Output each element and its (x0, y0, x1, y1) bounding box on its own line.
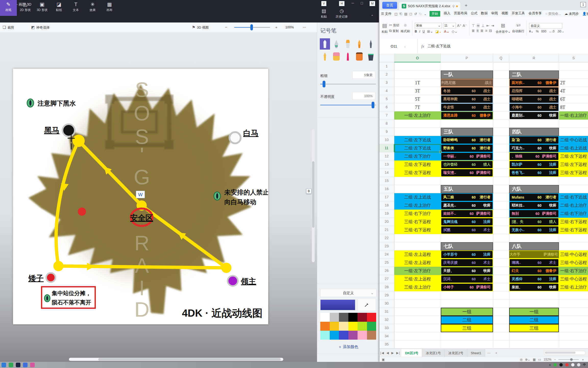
cell-S19[interactable]: 二组·右下治疗 (559, 210, 588, 218)
sheet-more-button[interactable]: ⋯ (487, 351, 491, 355)
fill-color-button[interactable]: ◪⌄ (435, 29, 442, 33)
view-3d-button[interactable]: ⚑3D 视图 (192, 22, 209, 32)
opacity-slider[interactable] (320, 105, 376, 105)
row-header-15[interactable]: 15 (379, 177, 394, 185)
row-header-12[interactable]: 12 (379, 152, 394, 160)
palette-swatch-2[interactable] (339, 313, 348, 322)
row-header-13[interactable]: 13 (379, 160, 394, 169)
palette-swatch-0[interactable] (320, 313, 330, 322)
cell-O10[interactable]: 二组·左下近战 (394, 136, 441, 144)
current-color-swatch[interactable] (320, 300, 355, 310)
cell-R17[interactable]: Mufans60潜行者 (509, 193, 559, 201)
macro-record-icon[interactable]: ▣ (382, 358, 385, 361)
cell-P5[interactable]: 黑暗神殿60战士 (441, 95, 493, 103)
row-header-26[interactable]: 26 (379, 267, 394, 275)
cell-R13[interactable]: 凯尔萨60法师 (509, 160, 559, 169)
underline-button[interactable]: U (423, 30, 425, 33)
cell-P20[interactable]: 鬼舞法魂60法师 (441, 218, 493, 226)
canvas-horizontal-scrollbar[interactable] (69, 358, 283, 361)
sheet-hscrollbar[interactable] (544, 351, 585, 355)
collaborate-button[interactable]: 👤协作 (582, 12, 588, 16)
pin-icon[interactable]: ⚲ (452, 4, 455, 8)
row-header-28[interactable]: 28 (379, 283, 394, 291)
eyedropper-button[interactable] (358, 298, 376, 311)
sheet-tab-DK区3号[interactable]: DK区3号 (401, 349, 422, 357)
row-header-1[interactable]: 1 (379, 62, 394, 71)
row-header-32[interactable]: 32 (379, 316, 394, 324)
decimal-increase-button[interactable]: .00→ (557, 30, 565, 33)
row-header-7[interactable]: 7 (379, 111, 394, 120)
column-header-O[interactable]: O (394, 54, 441, 62)
row-header-2[interactable]: 2 (379, 71, 394, 79)
sync-status[interactable]: ☁ 未同步 (565, 12, 579, 16)
cell-R27[interactable]: 灵感仰60法师 (509, 275, 559, 283)
cell-R23[interactable]: 八队 (509, 242, 559, 250)
cell-R9[interactable]: 四队 (509, 128, 559, 136)
paint-tab-2D 形状[interactable]: 2△2D 形状 (17, 0, 34, 16)
ribbon-tab-开发工具[interactable]: 开发工具 (512, 11, 525, 17)
sheet-add-button[interactable]: ＋ (495, 351, 498, 355)
cell-O20[interactable]: 三组·右下远程 (394, 218, 441, 226)
zoom-out-button[interactable]: − (554, 358, 556, 361)
align-bottom-icon[interactable]: ⊥ (481, 24, 484, 28)
cell-S7[interactable]: 一组·右上治疗 (559, 111, 588, 120)
palette-swatch-10[interactable] (358, 322, 367, 331)
cell-O13[interactable]: 三组·左下远程 (394, 160, 441, 169)
row-header-30[interactable]: 30 (379, 300, 394, 308)
distribute-icon[interactable]: ⊟ (489, 29, 492, 33)
paint-tab-3D 形状[interactable]: 3▣3D 形状 (34, 0, 51, 16)
fx-icon[interactable]: fx (421, 44, 424, 49)
row-header-17[interactable]: 17 (379, 193, 394, 201)
row-header-16[interactable]: 16 (379, 185, 394, 193)
preview-icon[interactable]: ◻ (409, 12, 412, 16)
row-header-35[interactable]: 35 (379, 340, 394, 349)
redo-icon[interactable]: ↻ (419, 12, 422, 16)
zoom-in-button[interactable]: ＋ (581, 358, 584, 362)
paint-tab-贴纸[interactable]: S◪贴纸 (51, 0, 67, 16)
sheet-tab-冰龙区1号[interactable]: 冰龙区1号 (422, 349, 445, 357)
currency-button[interactable]: ¥⌄ (529, 30, 533, 33)
cell-P6[interactable]: 牛皮怪60战士 (441, 103, 493, 111)
italic-button[interactable]: I (419, 30, 420, 33)
cell-R5[interactable]: 喵嗯嗯60战士 (509, 95, 559, 103)
brush-水彩笔[interactable] (354, 38, 364, 50)
workbook-tab[interactable]: S SOS NAXX开荒指南 2.4.xlsx ⚲ (399, 2, 460, 10)
row-header-9[interactable]: 9 (379, 128, 394, 136)
cell-R26[interactable]: 幻夫60德鲁伊 (509, 267, 559, 275)
zoom-slider-handle[interactable] (570, 358, 573, 361)
cell-S27[interactable]: 三组·中心远程 (559, 275, 588, 283)
palette-swatch-15[interactable] (348, 331, 358, 340)
palette-swatch-5[interactable] (367, 313, 376, 322)
row-header-3[interactable]: 3 (379, 79, 394, 87)
column-header-Q[interactable]: Q (493, 54, 509, 62)
shading-button[interactable]: ◇⌄ (452, 29, 458, 33)
row-header-21[interactable]: 21 (379, 226, 394, 234)
wrap-text-button[interactable]: 自动换行 (512, 29, 524, 33)
palette-swatch-14[interactable] (339, 331, 348, 340)
cell-S10[interactable]: 二组·中心近战 (559, 136, 588, 144)
tray-icon-display[interactable] (571, 363, 574, 366)
cell-R10[interactable]: 染ˇ染60潜行者 (509, 136, 559, 144)
row-header-25[interactable]: 25 (379, 259, 394, 267)
paste-button[interactable]: ▤ 粘贴 (381, 22, 388, 34)
font-size-select[interactable]: 11⌄ (443, 23, 456, 28)
palette-swatch-12[interactable] (320, 331, 330, 340)
font-color-button[interactable]: A⌄ (444, 29, 449, 33)
taskbar-icon-app-dark[interactable] (16, 363, 20, 367)
ribbon-tab-插入[interactable]: 插入 (444, 11, 450, 17)
palette-swatch-16[interactable] (358, 331, 367, 340)
zoom-slider[interactable] (234, 27, 270, 28)
row-header-10[interactable]: 10 (379, 136, 394, 144)
cell-S6[interactable]: 8T (559, 103, 588, 111)
row-header-8[interactable]: 8 (379, 120, 394, 128)
history-button[interactable]: H ◷ 历史记录 (333, 7, 351, 22)
thickness-value[interactable]: 5像素 (352, 71, 375, 79)
cell-P2[interactable]: 一队 (441, 71, 493, 79)
taskbar-icon-photos[interactable] (30, 363, 35, 367)
cell-P23[interactable]: 七队 (441, 242, 493, 250)
cell-P21[interactable]: 拭魍60术士 (441, 226, 493, 234)
sheet-tab-冰龙区2号[interactable]: 冰龙区2号 (445, 349, 467, 357)
cell-O19[interactable]: 三组·右下治疗 (394, 210, 441, 218)
align-middle-icon[interactable]: ≂ (477, 24, 480, 28)
search-box[interactable]: ○ 查找命... (545, 12, 561, 16)
